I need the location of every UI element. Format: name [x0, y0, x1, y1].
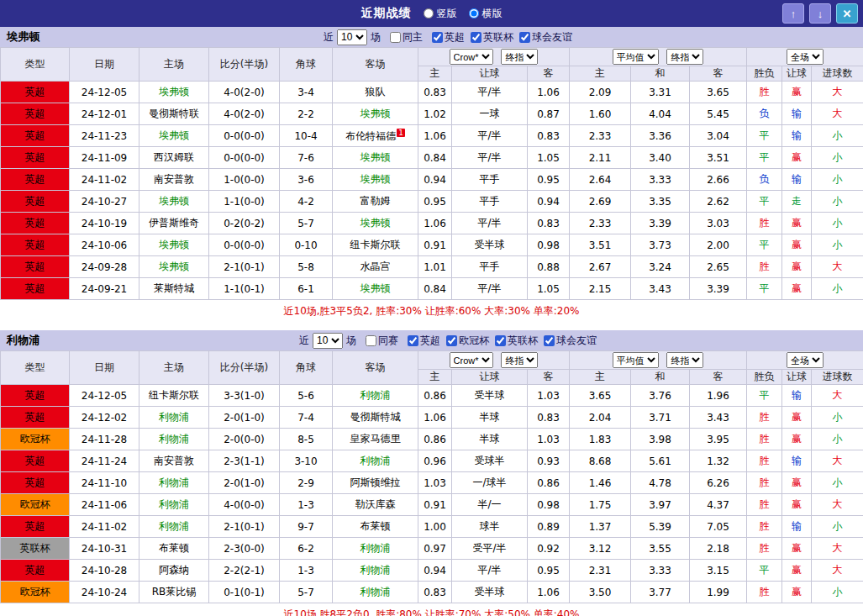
cell-result: 平 [747, 125, 782, 147]
cell-result: 平 [747, 147, 782, 169]
cell-score: 4-0(2-0) [209, 103, 280, 125]
league-filter[interactable]: 英超 [432, 30, 465, 45]
same-filter[interactable]: 同赛 [366, 334, 398, 348]
euro-odds-time-select[interactable]: 终指 [666, 49, 703, 65]
cell-handicap-line: 半/一 [452, 494, 528, 516]
cell-euro-home-odds: 3.65 [570, 385, 631, 407]
cell-handicap-line: 平/半 [452, 125, 528, 147]
league-filter[interactable]: 英联杯 [495, 334, 538, 348]
league-filter-checkbox[interactable] [432, 32, 443, 43]
cell-league: 欧冠杯 [1, 429, 70, 450]
league-filter-checkbox[interactable] [408, 335, 418, 346]
home-team-name: 利物浦 [159, 433, 189, 445]
cell-euro-away-odds: 2.18 [690, 538, 747, 560]
asian-odds-time-select[interactable]: 终指 [501, 352, 538, 368]
cell-asian-away-odds: 1.05 [528, 278, 570, 300]
sub-header-asian-away: 客 [528, 66, 570, 82]
match-count-select[interactable]: 10 [313, 333, 343, 349]
cell-corners: 3-6 [280, 169, 333, 191]
league-filter-checkbox[interactable] [446, 335, 457, 346]
cell-result: 胜 [747, 450, 782, 472]
league-filter[interactable]: 球会友谊 [544, 334, 597, 348]
cell-euro-away-odds: 3.03 [690, 213, 747, 234]
league-filter-checkbox[interactable] [519, 32, 530, 43]
match-row: 英超 24-12-05 纽卡斯尔联 3-3(1-0) 5-6 利物浦 0.86 … [1, 385, 863, 407]
cell-corners: 3-4 [280, 82, 333, 103]
scroll-up-button[interactable]: ↑ [782, 3, 804, 24]
sub-header-goals: 进球数 [812, 66, 863, 82]
match-row: 英超 24-12-02 利物浦 2-0(1-0) 7-4 曼彻斯特城 1.06 … [1, 407, 863, 429]
scope-select[interactable]: 全场 [787, 49, 824, 65]
matches-tbody: 英超 24-12-05 埃弗顿 4-0(2-0) 3-4 狼队 0.83 平/半… [1, 82, 863, 300]
cell-score: 3-3(1-0) [209, 385, 280, 407]
cell-result: 负 [747, 169, 782, 191]
layout-radio-horizontal-input[interactable] [469, 8, 479, 18]
sections-container: 埃弗顿 近 10 场 同主 英超英联杯球会友谊 类型 [0, 27, 863, 616]
col-header-away: 客场 [333, 48, 418, 82]
cell-asian-away-odds: 1.06 [528, 82, 570, 103]
layout-radio-horizontal[interactable]: 横版 [469, 7, 503, 21]
league-filter[interactable]: 球会友谊 [519, 30, 572, 45]
cell-league: 英超 [1, 82, 70, 103]
cell-euro-draw-odds: 3.76 [631, 385, 690, 407]
league-filter[interactable]: 英联杯 [471, 30, 513, 45]
cell-corners: 3-10 [280, 450, 333, 472]
league-filter[interactable]: 英超 [408, 334, 440, 348]
away-team-name: 布伦特福德 [345, 130, 396, 142]
match-count-select[interactable]: 10 [337, 29, 367, 45]
league-filter-checkbox[interactable] [471, 32, 481, 43]
cell-score: 2-1(0-1) [209, 256, 280, 278]
cell-corners: 6-1 [280, 278, 333, 300]
same-filter-label: 同赛 [378, 334, 398, 348]
bookmaker-select[interactable]: Crow* [450, 352, 493, 368]
table-header-row-groups: 类型 日期 主场 比分(半场) 角球 客场 Crow* 终指 平均值 终指 [1, 351, 863, 370]
cell-league: 英联杯 [1, 538, 70, 560]
same-filter-checkbox[interactable] [366, 335, 376, 346]
scope-select[interactable]: 全场 [787, 352, 824, 368]
cell-goals: 小 [812, 472, 863, 494]
cell-goals: 小 [812, 191, 863, 213]
section-header-bar: 埃弗顿 近 10 场 同主 英超英联杯球会友谊 [0, 27, 863, 47]
cell-result: 胜 [747, 213, 782, 234]
layout-radio-vertical[interactable]: 竖版 [424, 7, 457, 21]
cell-goals: 小 [812, 213, 863, 234]
league-filter-checkbox[interactable] [544, 335, 555, 346]
same-filter-checkbox[interactable] [390, 32, 401, 43]
col-header-date: 日期 [70, 351, 139, 385]
close-button[interactable]: ✕ [836, 3, 858, 24]
cell-asian-away-odds: 0.83 [528, 125, 570, 147]
cell-asian-away-odds: 0.94 [528, 191, 570, 213]
cell-handicap-result: 输 [782, 385, 812, 407]
summary-text: 近10场,胜3平5负2, 胜率:30% 让胜率:60% 大率:30% 单率:20… [0, 300, 863, 320]
cell-date: 24-10-06 [70, 234, 139, 256]
cell-goals: 小 [812, 234, 863, 256]
match-row: 英超 24-10-19 伊普斯维奇 0-2(0-2) 5-7 埃弗顿 1.06 … [1, 213, 863, 234]
home-team-name: 阿森纳 [159, 564, 189, 576]
cell-asian-away-odds: 0.88 [528, 256, 570, 278]
cell-result: 胜 [747, 538, 782, 560]
cell-date: 24-11-02 [70, 516, 139, 538]
cell-league: 英超 [1, 385, 70, 407]
euro-odds-time-select[interactable]: 终指 [666, 352, 703, 368]
layout-radio-vertical-label: 竖版 [437, 7, 457, 21]
down-arrow-icon: ↓ [818, 8, 824, 19]
match-row: 欧冠杯 24-11-06 利物浦 4-0(0-0) 1-3 勒沃库森 0.91 … [1, 494, 863, 516]
euro-average-select[interactable]: 平均值 [613, 49, 659, 65]
layout-radio-vertical-input[interactable] [424, 8, 434, 18]
league-filter-checkbox[interactable] [495, 335, 506, 346]
matches-tbody: 英超 24-12-05 纽卡斯尔联 3-3(1-0) 5-6 利物浦 0.86 … [1, 385, 863, 603]
match-row: 英联杯 24-10-31 布莱顿 2-3(0-0) 6-2 利物浦 0.97 受… [1, 538, 863, 560]
asian-odds-time-select[interactable]: 终指 [501, 49, 538, 65]
league-filter[interactable]: 欧冠杯 [446, 334, 489, 348]
asian-odds-group-header: Crow* 终指 [418, 48, 570, 66]
match-row: 英超 24-12-05 埃弗顿 4-0(2-0) 3-4 狼队 0.83 平/半… [1, 82, 863, 103]
cell-euro-away-odds: 7.05 [690, 516, 747, 538]
cell-handicap-result: 赢 [782, 472, 812, 494]
scroll-down-button[interactable]: ↓ [809, 3, 831, 24]
same-filter[interactable]: 同主 [390, 30, 423, 45]
cell-handicap-line: 一/球半 [452, 472, 528, 494]
cell-home-team: 埃弗顿 [139, 256, 209, 278]
euro-average-select[interactable]: 平均值 [613, 352, 659, 368]
cell-score: 2-0(1-0) [209, 407, 280, 429]
bookmaker-select[interactable]: Crow* [450, 49, 493, 65]
